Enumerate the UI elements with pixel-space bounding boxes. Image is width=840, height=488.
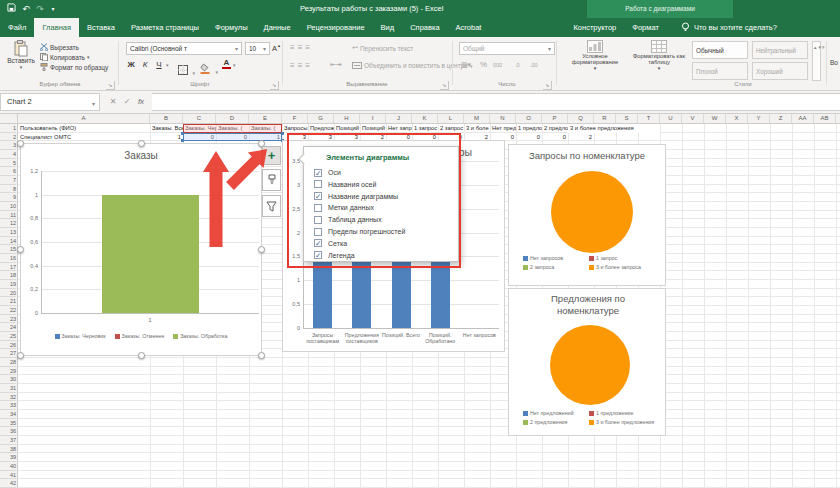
selection-handle[interactable] — [258, 352, 265, 359]
grow-font-button[interactable]: А▲ — [272, 43, 281, 53]
formula-input[interactable] — [152, 93, 840, 111]
cell-F1[interactable]: Запросы — [282, 124, 308, 133]
row-header-42[interactable]: 42 — [0, 479, 16, 488]
row-header-35[interactable]: 35 — [0, 419, 16, 428]
cell-P1[interactable]: 2 предло — [542, 124, 568, 133]
row-header-21[interactable]: 21 — [0, 297, 16, 306]
tab-view[interactable]: Вид — [373, 18, 403, 37]
column-header-AA[interactable]: AA — [792, 114, 814, 123]
chart-elements-plus-button[interactable]: + — [262, 146, 281, 165]
column-header-E[interactable]: E — [249, 114, 282, 123]
vertical-align-icons[interactable]: ≡≡≡ — [290, 43, 313, 52]
cell-O1[interactable]: 1 предло — [516, 124, 542, 133]
row-header-14[interactable]: 14 — [0, 237, 16, 246]
column-header-D[interactable]: D — [216, 114, 249, 123]
number-dialog-launcher[interactable]: ↘ — [543, 81, 552, 90]
row-header-33[interactable]: 33 — [0, 401, 16, 410]
selection-handle[interactable] — [138, 140, 145, 147]
cell-K1[interactable]: 1 запрос — [412, 124, 438, 133]
font-color-button[interactable]: А ▾ — [222, 59, 231, 69]
cell-H1[interactable]: Позиций — [334, 124, 360, 133]
column-header-C[interactable]: C — [183, 114, 216, 123]
row-header-16[interactable]: 16 — [0, 254, 16, 263]
cut-button[interactable]: Вырезать — [40, 43, 79, 51]
row-header-29[interactable]: 29 — [0, 367, 16, 376]
row-header-11[interactable]: 11 — [0, 211, 16, 220]
selection-handle[interactable] — [17, 352, 24, 359]
save-icon[interactable] — [5, 0, 17, 18]
chart-requests-pie[interactable]: Запросы по номенклатуре Нет запросов1 за… — [508, 144, 666, 286]
underline-caret-icon[interactable]: ▾ — [166, 62, 169, 68]
selection-handle[interactable] — [138, 352, 145, 359]
column-header-O[interactable]: O — [516, 114, 542, 123]
row-header-1[interactable]: 1 — [0, 124, 16, 133]
bold-button[interactable]: Ж — [126, 60, 136, 69]
font-size-combo[interactable]: 10▾ — [245, 42, 270, 55]
row-header-9[interactable]: 9 — [0, 193, 16, 202]
chart-orders[interactable]: Заказы 1,210,80,60,40,201Заказы. Чернови… — [20, 143, 262, 356]
column-header-I[interactable]: I — [360, 114, 386, 123]
column-header-Y[interactable]: Y — [748, 114, 770, 123]
column-header-X[interactable]: X — [726, 114, 748, 123]
tab-acrobat[interactable]: Acrobat — [448, 18, 490, 37]
selection-handle[interactable] — [17, 140, 24, 147]
row-header-34[interactable]: 34 — [0, 410, 16, 419]
row-header-41[interactable]: 41 — [0, 471, 16, 480]
cell-A2[interactable]: Специалист ОМТС — [18, 133, 150, 142]
row-header-32[interactable]: 32 — [0, 393, 16, 402]
row-header-19[interactable]: 19 — [0, 280, 16, 289]
font-name-combo[interactable]: Calibri (Основной т▾ — [126, 42, 242, 55]
row-header-37[interactable]: 37 — [0, 436, 16, 445]
column-header-B[interactable]: B — [150, 114, 183, 123]
row-header-15[interactable]: 15 — [0, 245, 16, 254]
row-header-26[interactable]: 26 — [0, 341, 16, 350]
column-header-H[interactable]: H — [334, 114, 360, 123]
row-header-27[interactable]: 27 — [0, 349, 16, 358]
row-header-4[interactable]: 4 — [0, 150, 16, 159]
style-1[interactable]: Нейтральный — [752, 41, 808, 59]
chart-offers-pie[interactable]: Предложения по номенклатуре Нет предложе… — [508, 288, 666, 436]
tab-design[interactable]: Конструктор — [565, 18, 624, 37]
row-header-38[interactable]: 38 — [0, 445, 16, 454]
tab-data[interactable]: Данные — [256, 18, 299, 37]
percent-style-button[interactable]: % — [480, 60, 487, 69]
pie-slice-3 и более запроса[interactable] — [551, 171, 633, 253]
column-header-Q[interactable]: Q — [568, 114, 594, 123]
selection-handle[interactable] — [258, 246, 265, 253]
column-header-F[interactable]: F — [282, 114, 308, 123]
row-header-30[interactable]: 30 — [0, 375, 16, 384]
column-header-N[interactable]: N — [490, 114, 516, 123]
row-header-24[interactable]: 24 — [0, 323, 16, 332]
insert-function-icon[interactable]: fx — [134, 93, 148, 111]
style-gallery-scroll[interactable]: ▲▼≡ — [812, 41, 821, 81]
row-header-40[interactable]: 40 — [0, 462, 16, 471]
row-header-18[interactable]: 18 — [0, 271, 16, 280]
column-header-AB[interactable]: AB — [814, 114, 836, 123]
fill-color-button[interactable]: ▾ — [200, 60, 218, 78]
pie-slice-3 и более предложения[interactable] — [550, 325, 630, 405]
tab-format[interactable]: Формат — [624, 18, 667, 37]
cell-B2[interactable]: 1 — [150, 133, 183, 142]
row-header-12[interactable]: 12 — [0, 219, 16, 228]
row-header-17[interactable]: 17 — [0, 263, 16, 272]
style-0[interactable]: Обычный — [692, 41, 748, 59]
row-header-5[interactable]: 5 — [0, 159, 16, 168]
indent-icons[interactable]: ⇤⇥ — [330, 61, 342, 69]
cell-A1[interactable]: Пользователь (ФИО) — [18, 124, 150, 133]
italic-button[interactable]: К — [140, 60, 150, 69]
cell-J1[interactable]: Нет запр — [386, 124, 412, 133]
column-header-R[interactable]: R — [594, 114, 616, 123]
column-header-G[interactable]: G — [308, 114, 334, 123]
name-box[interactable]: Chart 2 ▾ — [0, 93, 100, 111]
row-header-6[interactable]: 6 — [0, 167, 16, 176]
column-header-V[interactable]: V — [682, 114, 704, 123]
cell-I1[interactable]: Позиций — [360, 124, 386, 133]
cell-Q2[interactable]: 2 — [568, 133, 594, 142]
cell-M1[interactable]: 3 и боле — [464, 124, 490, 133]
accounting-format-icon[interactable]: ▥▾ — [461, 61, 471, 69]
borders-button[interactable]: ▾ — [178, 61, 195, 79]
tab-home[interactable]: Главная — [34, 18, 79, 37]
horizontal-align-icons[interactable]: ≡≡≡ — [290, 61, 313, 70]
format-as-table-button[interactable]: Форматировать как таблицу ▾ — [630, 40, 688, 71]
cell-N1[interactable]: Нет пред — [490, 124, 516, 133]
